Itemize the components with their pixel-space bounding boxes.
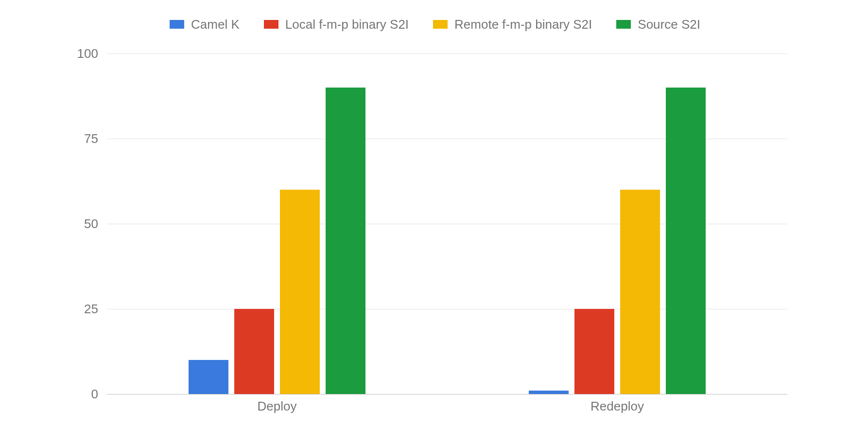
x-tick-label: Deploy	[258, 399, 297, 414]
bar-redeploy-camel-k	[529, 391, 569, 394]
legend-swatch	[616, 20, 631, 29]
legend-label: Source S2I	[638, 17, 700, 32]
legend-item: Local f-m-p binary S2I	[264, 17, 409, 32]
y-tick-label: 25	[40, 302, 98, 317]
bar-redeploy-local-fmp	[574, 309, 614, 394]
bar-deploy-camel-k	[189, 360, 228, 394]
legend-label: Remote f-m-p binary S2I	[454, 17, 592, 32]
x-axis-baseline	[107, 394, 787, 394]
legend-label: Local f-m-p binary S2I	[285, 17, 409, 32]
legend: Camel K Local f-m-p binary S2I Remote f-…	[68, 10, 802, 39]
legend-swatch	[170, 20, 184, 29]
legend-item: Source S2I	[616, 17, 700, 32]
legend-label: Camel K	[191, 17, 240, 32]
legend-swatch	[264, 20, 278, 29]
bar-deploy-remote-fmp	[280, 190, 320, 394]
legend-item: Camel K	[170, 17, 240, 32]
y-tick-label: 0	[40, 387, 98, 402]
gridline	[107, 54, 787, 54]
bar-deploy-source-s2i	[326, 88, 365, 394]
bar-deploy-local-fmp	[234, 309, 274, 394]
x-tick-label: Redeploy	[590, 399, 644, 414]
bar-redeploy-source-s2i	[666, 88, 706, 394]
bar-redeploy-remote-fmp	[620, 190, 660, 394]
y-tick-label: 100	[40, 46, 98, 61]
chart: Camel K Local f-m-p binary S2I Remote f-…	[68, 10, 802, 418]
y-tick-label: 75	[40, 131, 98, 146]
legend-item: Remote f-m-p binary S2I	[433, 17, 592, 32]
legend-swatch	[433, 20, 448, 29]
y-tick-label: 50	[40, 216, 98, 232]
plot-area: 100 75 50 25 0	[107, 54, 787, 394]
